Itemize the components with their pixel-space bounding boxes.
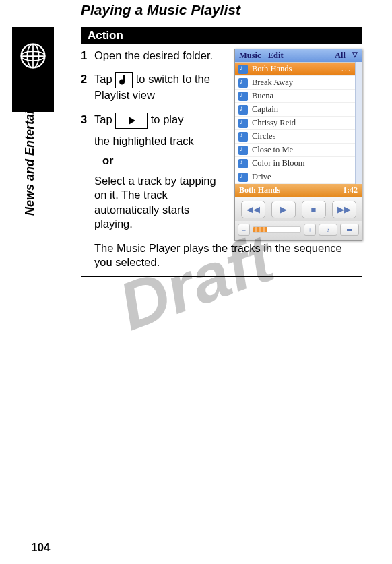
now-playing-bar: Both Hands 1:42: [235, 184, 362, 197]
forward-button[interactable]: ▶▶: [332, 201, 356, 218]
play-button[interactable]: ▶: [271, 201, 296, 218]
now-playing-title: Both Hands: [239, 185, 280, 195]
playback-controls: ◀◀ ▶ ■ ▶▶: [235, 197, 362, 221]
menu-all[interactable]: All: [335, 51, 346, 61]
track-label: Color in Bloom: [252, 158, 304, 168]
step-text: Tap: [94, 113, 115, 125]
track-list: Both Hands ... Break Away Buena Captain …: [235, 62, 355, 184]
spacer: [280, 185, 343, 195]
step-body: Tap to switch to the Playlist view: [94, 72, 229, 102]
play-icon: [115, 113, 148, 129]
track-label: Break Away: [252, 77, 293, 88]
now-playing-time: 1:42: [343, 185, 358, 195]
track-label: Chrissy Reid: [252, 118, 296, 128]
step-text: the highlighted track: [94, 134, 229, 148]
music-player-screenshot: Music Edit All ▽ Both Hands ... Break Aw…: [234, 49, 362, 241]
playlist-view-icon: [115, 72, 133, 88]
list-item[interactable]: Chrissy Reid: [235, 117, 355, 130]
step-2: 2 Tap to switch to the Playlist view: [81, 72, 229, 102]
music-note-icon: [238, 78, 248, 88]
vol-up-button[interactable]: +: [304, 224, 316, 236]
music-note-icon: [238, 65, 248, 74]
seek-row: – + ♪ ≔: [235, 221, 362, 240]
phone-menubar: Music Edit All ▽: [235, 49, 362, 62]
step-text: to play: [151, 113, 184, 125]
menu-music[interactable]: Music: [239, 51, 261, 61]
list-item[interactable]: Close to Me: [235, 144, 355, 157]
track-label: Circles: [252, 131, 275, 142]
action-header: Action: [81, 27, 362, 44]
side-section-label: News and Entertainment: [23, 74, 37, 216]
music-note-icon: [238, 105, 248, 115]
content-area: Music Edit All ▽ Both Hands ... Break Aw…: [81, 49, 362, 277]
globe-icon: [19, 42, 47, 70]
list-view-button[interactable]: ≔: [340, 224, 359, 236]
phone-list-wrap: Both Hands ... Break Away Buena Captain …: [235, 62, 362, 184]
step-body: Open the desired folder.: [94, 49, 229, 63]
music-note-icon: [238, 132, 248, 142]
chevron-down-icon[interactable]: ▽: [352, 51, 358, 61]
list-item[interactable]: Drive: [235, 170, 355, 184]
step-text: Select a track by tapping on it. The tra…: [94, 174, 229, 232]
list-item[interactable]: Circles: [235, 130, 355, 144]
more-icon[interactable]: ...: [341, 64, 352, 74]
music-note-icon: [238, 159, 248, 168]
step-text: Tap: [94, 73, 115, 86]
list-item[interactable]: Buena: [235, 90, 355, 103]
steps-column: 1 Open the desired folder. 2 Tap to swit…: [81, 49, 229, 241]
page-title: Playing a Music Playlist: [81, 2, 240, 18]
list-item[interactable]: Break Away: [235, 76, 355, 90]
seek-bar[interactable]: [253, 226, 301, 233]
track-label: Drive: [252, 172, 271, 182]
seek-fill: [253, 227, 267, 232]
track-label: Close to Me: [252, 145, 293, 155]
step-number: 1: [81, 49, 94, 63]
track-label: Buena: [252, 91, 273, 101]
rewind-button[interactable]: ◀◀: [241, 201, 265, 218]
track-label: Both Hands: [252, 64, 292, 74]
page-number: 104: [31, 541, 50, 555]
list-item[interactable]: Captain: [235, 103, 355, 117]
music-note-icon: [238, 119, 248, 128]
list-item[interactable]: Color in Bloom: [235, 157, 355, 170]
scrollbar[interactable]: [355, 62, 362, 184]
menu-edit[interactable]: Edit: [268, 51, 284, 61]
step-1: 1 Open the desired folder.: [81, 49, 229, 63]
step-number: 2: [81, 72, 94, 102]
music-note-icon: [238, 146, 248, 155]
vol-down-button[interactable]: –: [238, 224, 250, 236]
step-number: 3: [81, 113, 94, 232]
note-view-button[interactable]: ♪: [319, 224, 337, 236]
spacer: [290, 51, 328, 61]
music-note-icon: [238, 173, 248, 182]
final-note: The Music Player plays the tracks in the…: [94, 241, 362, 270]
step-body: Tap to play the highlighted track or Sel…: [94, 113, 229, 232]
music-note-icon: [238, 92, 248, 101]
stop-button[interactable]: ■: [302, 201, 326, 218]
list-item[interactable]: Both Hands ...: [235, 63, 355, 76]
section-divider: [81, 276, 362, 277]
track-label: Captain: [252, 104, 278, 115]
step-3: 3 Tap to play the highlighted track or S…: [81, 113, 229, 232]
or-label: or: [102, 154, 229, 168]
